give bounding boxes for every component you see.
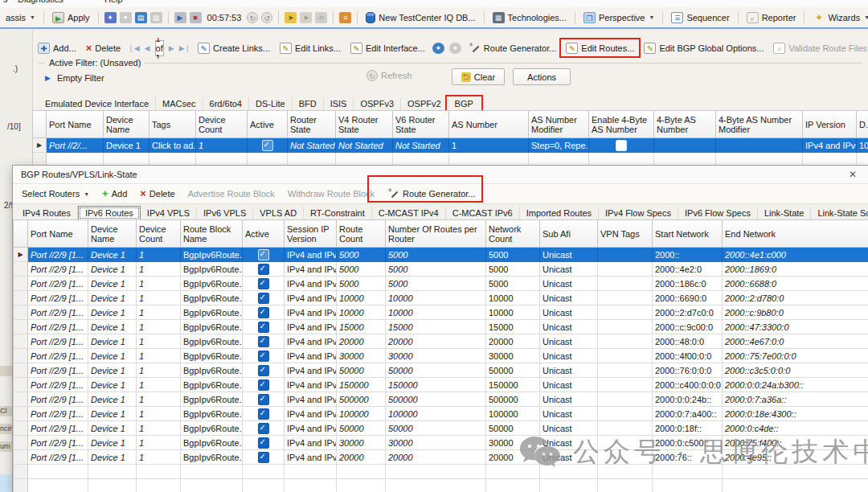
cell[interactable]: 30000: [386, 436, 486, 450]
cell[interactable]: 30000: [337, 436, 386, 450]
protocol-tab[interactable]: Emulated Device Interface: [39, 97, 156, 110]
checkbox-checked[interactable]: [258, 437, 269, 449]
cell[interactable]: 5000: [386, 277, 486, 291]
cell[interactable]: BgpIpv6Route...: [181, 305, 243, 320]
cell[interactable]: IPv4 and IPv6: [285, 248, 337, 262]
column-header[interactable]: AS Number: [449, 111, 529, 138]
row-header[interactable]: ▶: [33, 138, 47, 153]
cell[interactable]: BgpIpv6Route...: [181, 378, 243, 392]
cell[interactable]: IPv4 and IPv6: [285, 407, 337, 421]
log-icon[interactable]: ≡: [339, 12, 351, 23]
cell[interactable]: Step=0, Repe...: [529, 138, 589, 153]
disconnect-icon[interactable]: ✦: [120, 12, 132, 23]
dialog-title-bar[interactable]: BGP Routes/VPLS/Link-State ✕: [13, 166, 868, 184]
cell[interactable]: Not Started: [336, 138, 393, 153]
cell[interactable]: Not Started: [393, 138, 449, 153]
cell[interactable]: Port //2/9 [1...: [28, 436, 88, 450]
routes-tab[interactable]: Link-State: [758, 207, 812, 219]
cell[interactable]: 30000: [486, 436, 540, 450]
cell[interactable]: [857, 153, 868, 165]
cell[interactable]: 10000: [337, 305, 386, 320]
cell[interactable]: [598, 262, 653, 277]
cell[interactable]: Port //2/9 [1...: [28, 248, 88, 262]
lock-icon[interactable]: ∩: [315, 12, 327, 23]
row-header[interactable]: ▶: [14, 248, 28, 262]
protocol-tab[interactable]: DS-Lite: [249, 97, 293, 110]
cell[interactable]: [243, 407, 285, 421]
cell[interactable]: [540, 479, 598, 492]
column-header[interactable]: 4-Byte AS Number Modifier: [716, 111, 803, 138]
column-header[interactable]: Network Count: [486, 220, 540, 248]
cell[interactable]: BgpIpv6Route...: [181, 450, 243, 465]
cell[interactable]: IPv4 and IPv6: [285, 421, 337, 436]
cell[interactable]: [598, 479, 653, 492]
cell[interactable]: 50000: [486, 363, 540, 378]
checkbox-checked[interactable]: [262, 140, 273, 151]
cell[interactable]: Click to ad...: [149, 138, 196, 153]
select-routers-dropdown[interactable]: Select Routers ▼: [19, 188, 92, 199]
stop-capture-icon[interactable]: ■: [190, 12, 202, 23]
checkbox-checked[interactable]: [258, 423, 269, 434]
cell[interactable]: Port //2/...: [47, 138, 104, 153]
column-header[interactable]: Router State: [288, 111, 336, 138]
cell[interactable]: IPv4 and IPv6: [285, 349, 337, 363]
checkbox-checked[interactable]: [258, 379, 269, 391]
cell[interactable]: 5000: [337, 277, 386, 291]
globe-icon[interactable]: ✦: [432, 43, 444, 54]
checkbox-checked[interactable]: [258, 394, 269, 405]
cell[interactable]: IPv4 and IPv6: [285, 262, 337, 277]
cell[interactable]: 50000: [486, 421, 540, 436]
protocol-tab[interactable]: OSPFv3: [354, 97, 401, 110]
cell[interactable]: 20000: [337, 450, 386, 465]
cell[interactable]: 10000: [486, 305, 540, 320]
wizards-dropdown[interactable]: ✦ Wizards ▼: [810, 11, 868, 24]
cell[interactable]: 50000: [386, 363, 486, 378]
routes-tab[interactable]: IPv4 VPLS: [141, 207, 197, 219]
empty-filter-item[interactable]: ▶ Empty Filter: [45, 73, 104, 83]
cell[interactable]: Unicast: [540, 363, 598, 378]
cell[interactable]: Device 1: [88, 277, 137, 291]
cell[interactable]: 100000: [386, 407, 486, 421]
cell[interactable]: [28, 479, 88, 492]
cell[interactable]: [803, 153, 857, 165]
row-header[interactable]: [14, 262, 28, 277]
cell[interactable]: [337, 465, 386, 479]
checkbox-checked[interactable]: [258, 249, 269, 260]
column-header[interactable]: IP Version: [803, 111, 857, 138]
cell[interactable]: Device 1: [88, 349, 137, 363]
cell[interactable]: [598, 436, 653, 450]
table-row[interactable]: Port //2/9 [1...Device 11BgpIpv6Route...…: [14, 421, 868, 436]
cell[interactable]: Device 1: [88, 320, 137, 334]
protocol-tab[interactable]: BFD: [293, 97, 324, 110]
routes-tab[interactable]: IPv4 Flow Specs: [599, 207, 678, 219]
cell[interactable]: 2000:0:7:a36a::: [723, 392, 868, 407]
cell[interactable]: [243, 479, 285, 492]
cell[interactable]: Unicast: [540, 450, 598, 465]
protocol-tab[interactable]: MACsec: [156, 97, 203, 110]
cell[interactable]: Unicast: [540, 407, 598, 421]
cell[interactable]: [181, 465, 243, 479]
cell[interactable]: BgpIpv6Route...: [181, 407, 243, 421]
cell[interactable]: 500000: [337, 392, 386, 407]
cell[interactable]: 2000:0:0:24a:b300::: [723, 378, 868, 392]
cell[interactable]: [386, 479, 486, 492]
cell[interactable]: 5000: [486, 262, 540, 277]
cell[interactable]: 1: [137, 407, 181, 421]
row-header[interactable]: [14, 479, 28, 492]
cell[interactable]: [337, 479, 386, 492]
table-row[interactable]: [14, 479, 868, 492]
cell[interactable]: 2000::c:9c00:0: [653, 320, 723, 334]
cell[interactable]: [654, 138, 716, 153]
cell[interactable]: 5000: [386, 262, 486, 277]
cell[interactable]: Device 1: [88, 392, 137, 407]
cell[interactable]: 5000: [486, 248, 540, 262]
cell[interactable]: 1: [137, 305, 181, 320]
routes-tab[interactable]: VPLS AD: [253, 207, 304, 219]
start-capture-icon[interactable]: ▶: [174, 12, 186, 23]
cell[interactable]: BgpIpv6Route...: [181, 363, 243, 378]
table-row[interactable]: ▶Port //2/...Device 1Click to ad...1Not …: [33, 138, 868, 153]
routes-tab[interactable]: Link-State Scale Backbone: [811, 207, 868, 219]
cell[interactable]: 1: [196, 138, 248, 153]
cell[interactable]: Port //2/9 [1...: [28, 349, 88, 363]
cell[interactable]: Port //2/9 [1...: [28, 305, 88, 320]
